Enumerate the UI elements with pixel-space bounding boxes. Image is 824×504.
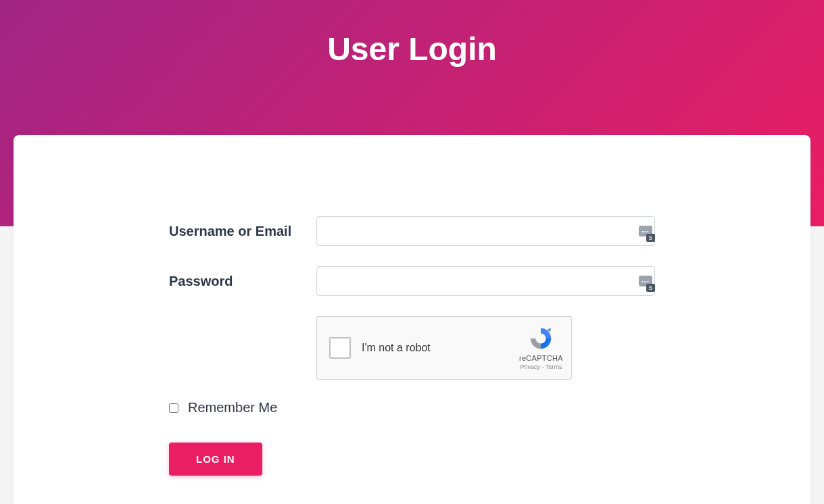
remember-row: Remember Me <box>169 400 655 415</box>
recaptcha-links: Privacy - Terms <box>520 363 562 370</box>
username-row: Username or Email 5 <box>169 216 655 246</box>
remember-label[interactable]: Remember Me <box>188 400 277 415</box>
recaptcha-widget: I'm not a robot reCAPTCHA Privacy - Term… <box>316 316 572 380</box>
recaptcha-separator: - <box>540 363 546 370</box>
page-title: User Login <box>0 0 824 68</box>
password-input[interactable] <box>316 266 655 296</box>
password-row: Password 5 <box>169 266 655 296</box>
recaptcha-checkbox[interactable] <box>329 337 351 359</box>
recaptcha-spacer <box>169 316 316 380</box>
recaptcha-branding: reCAPTCHA Privacy - Terms <box>519 326 563 370</box>
password-input-wrapper: 5 <box>316 266 655 296</box>
password-manager-icon[interactable]: 5 <box>639 276 652 286</box>
recaptcha-terms-link[interactable]: Terms <box>546 363 562 370</box>
password-label: Password <box>169 274 316 289</box>
recaptcha-text: I'm not a robot <box>362 342 431 354</box>
recaptcha-privacy-link[interactable]: Privacy <box>520 363 541 370</box>
username-input-wrapper: 5 <box>316 216 655 246</box>
username-input[interactable] <box>316 216 655 246</box>
remember-checkbox[interactable] <box>169 403 178 413</box>
password-manager-icon[interactable]: 5 <box>639 226 652 236</box>
password-manager-count: 5 <box>646 234 655 242</box>
username-label: Username or Email <box>169 224 316 239</box>
login-button[interactable]: LOG IN <box>169 443 262 476</box>
login-card: Username or Email 5 Password 5 I'm not a… <box>14 135 810 504</box>
password-manager-count: 5 <box>646 284 655 292</box>
recaptcha-row: I'm not a robot reCAPTCHA Privacy - Term… <box>169 316 655 380</box>
recaptcha-brand-text: reCAPTCHA <box>519 354 563 362</box>
recaptcha-logo-icon <box>528 326 554 351</box>
